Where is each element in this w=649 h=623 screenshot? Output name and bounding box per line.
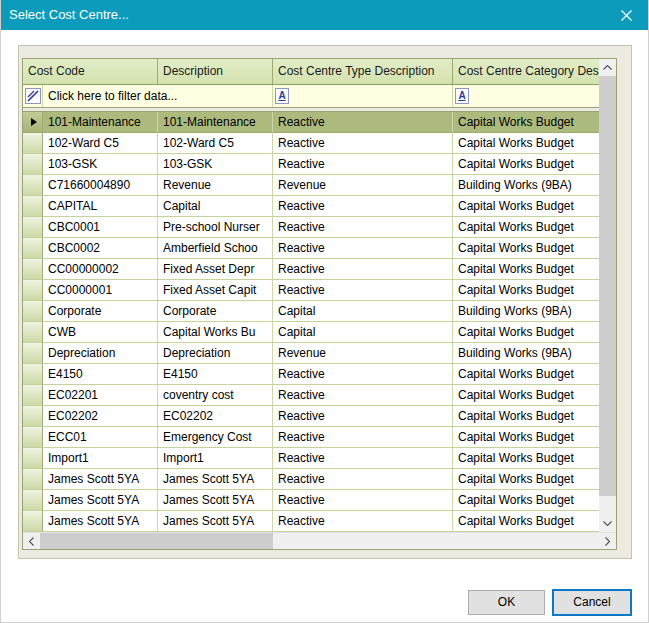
cell-type[interactable]: Reactive xyxy=(273,280,453,301)
cell-type[interactable]: Revenue xyxy=(273,343,453,364)
filter-type-cell[interactable]: A xyxy=(273,85,453,107)
row-indicator[interactable] xyxy=(23,469,43,490)
scroll-up-button[interactable] xyxy=(599,59,616,76)
cell-description[interactable]: Depreciation xyxy=(158,343,273,364)
cell-type[interactable]: Reactive xyxy=(273,364,453,385)
scroll-right-button[interactable] xyxy=(599,533,616,549)
table-row[interactable]: 103-GSK103-GSKReactiveCapital Works Budg… xyxy=(23,154,599,175)
cell-type[interactable]: Reactive xyxy=(273,259,453,280)
cell-description[interactable]: Capital Works Bu xyxy=(158,322,273,343)
cell-description[interactable]: Import1 xyxy=(158,448,273,469)
cell-category[interactable]: Capital Works Budget xyxy=(453,112,599,133)
table-row[interactable]: CBC0001Pre-school NurserReactiveCapital … xyxy=(23,217,599,238)
cell-description[interactable]: Emergency Cost xyxy=(158,427,273,448)
cell-type[interactable]: Reactive xyxy=(273,196,453,217)
cell-category[interactable]: Capital Works Budget xyxy=(453,280,599,301)
cell-cost-code[interactable]: CBC0002 xyxy=(43,238,158,259)
cell-type[interactable]: Reactive xyxy=(273,154,453,175)
row-indicator[interactable] xyxy=(23,175,43,196)
table-row[interactable]: CorporateCorporateCapitalBuilding Works … xyxy=(23,301,599,322)
cell-category[interactable]: Capital Works Budget xyxy=(453,133,599,154)
row-indicator[interactable] xyxy=(23,385,43,406)
cell-category[interactable]: Capital Works Budget xyxy=(453,490,599,511)
row-indicator[interactable] xyxy=(23,490,43,511)
cell-cost-code[interactable]: CAPITAL xyxy=(43,196,158,217)
cell-category[interactable]: Capital Works Budget xyxy=(453,238,599,259)
cell-description[interactable]: Amberfield Schoo xyxy=(158,238,273,259)
ok-button[interactable]: OK xyxy=(468,590,545,615)
cell-type[interactable]: Reactive xyxy=(273,469,453,490)
row-indicator[interactable] xyxy=(23,322,43,343)
cell-category[interactable]: Capital Works Budget xyxy=(453,154,599,175)
cell-type[interactable]: Reactive xyxy=(273,385,453,406)
cell-cost-code[interactable]: CWB xyxy=(43,322,158,343)
cell-category[interactable]: Building Works (9BA) xyxy=(453,175,599,196)
table-row[interactable]: James Scott 5YAJames Scott 5YAReactiveCa… xyxy=(23,511,599,532)
cell-cost-code[interactable]: ECC01 xyxy=(43,427,158,448)
cell-category[interactable]: Capital Works Budget xyxy=(453,385,599,406)
cell-category[interactable]: Capital Works Budget xyxy=(453,322,599,343)
cell-type[interactable]: Reactive xyxy=(273,133,453,154)
scroll-down-button[interactable] xyxy=(599,515,616,532)
table-row[interactable]: James Scott 5YAJames Scott 5YAReactiveCa… xyxy=(23,490,599,511)
cell-category[interactable]: Capital Works Budget xyxy=(453,427,599,448)
cell-cost-code[interactable]: CC0000001 xyxy=(43,280,158,301)
cell-type[interactable]: Reactive xyxy=(273,406,453,427)
cell-cost-code[interactable]: Import1 xyxy=(43,448,158,469)
cell-category[interactable]: Capital Works Budget xyxy=(453,448,599,469)
cell-type[interactable]: Reactive xyxy=(273,511,453,532)
cell-type[interactable]: Reactive xyxy=(273,490,453,511)
cell-category[interactable]: Building Works (9BA) xyxy=(453,301,599,322)
row-indicator[interactable] xyxy=(23,196,43,217)
cell-description[interactable]: James Scott 5YA xyxy=(158,511,273,532)
row-indicator[interactable] xyxy=(23,259,43,280)
cell-category[interactable]: Capital Works Budget xyxy=(453,217,599,238)
table-row[interactable]: CWBCapital Works BuCapitalCapital Works … xyxy=(23,322,599,343)
row-indicator[interactable] xyxy=(23,154,43,175)
cell-category[interactable]: Capital Works Budget xyxy=(453,406,599,427)
row-indicator[interactable] xyxy=(23,511,43,532)
row-indicator[interactable] xyxy=(23,448,43,469)
table-row[interactable]: CC00000002Fixed Asset DeprReactiveCapita… xyxy=(23,259,599,280)
table-row[interactable]: C71660004890RevenueRevenueBuilding Works… xyxy=(23,175,599,196)
filter-prompt-cell[interactable]: Click here to filter data... xyxy=(43,85,273,107)
cell-type[interactable]: Reactive xyxy=(273,238,453,259)
row-indicator[interactable] xyxy=(23,406,43,427)
cell-description[interactable]: EC02202 xyxy=(158,406,273,427)
vertical-scrollbar[interactable] xyxy=(599,59,616,532)
cell-description[interactable]: James Scott 5YA xyxy=(158,469,273,490)
cell-cost-code[interactable]: 103-GSK xyxy=(43,154,158,175)
table-row[interactable]: DepreciationDepreciationRevenueBuilding … xyxy=(23,343,599,364)
clear-filter-icon[interactable] xyxy=(25,88,41,104)
table-row[interactable]: ECC01Emergency CostReactiveCapital Works… xyxy=(23,427,599,448)
cell-cost-code[interactable]: 102-Ward C5 xyxy=(43,133,158,154)
table-row[interactable]: EC02201coventry costReactiveCapital Work… xyxy=(23,385,599,406)
cell-cost-code[interactable]: Depreciation xyxy=(43,343,158,364)
cell-description[interactable]: James Scott 5YA xyxy=(158,490,273,511)
table-row[interactable]: 101-Maintenance101-MaintenanceReactiveCa… xyxy=(23,112,599,133)
cell-category[interactable]: Capital Works Budget xyxy=(453,364,599,385)
cancel-button[interactable]: Cancel xyxy=(552,589,632,616)
cell-cost-code[interactable]: James Scott 5YA xyxy=(43,490,158,511)
cell-cost-code[interactable]: Corporate xyxy=(43,301,158,322)
cell-type[interactable]: Reactive xyxy=(273,112,453,133)
table-row[interactable]: CAPITALCapitalReactiveCapital Works Budg… xyxy=(23,196,599,217)
vertical-scrollbar-thumb[interactable] xyxy=(599,76,616,496)
table-row[interactable]: James Scott 5YAJames Scott 5YAReactiveCa… xyxy=(23,469,599,490)
row-indicator[interactable] xyxy=(23,112,43,133)
cell-category[interactable]: Capital Works Budget xyxy=(453,469,599,490)
table-row[interactable]: E4150E4150ReactiveCapital Works Budget xyxy=(23,364,599,385)
cell-cost-code[interactable]: James Scott 5YA xyxy=(43,511,158,532)
cell-description[interactable]: Revenue xyxy=(158,175,273,196)
table-row[interactable]: EC02202EC02202ReactiveCapital Works Budg… xyxy=(23,406,599,427)
row-indicator[interactable] xyxy=(23,427,43,448)
cell-cost-code[interactable]: 101-Maintenance xyxy=(43,112,158,133)
scroll-left-button[interactable] xyxy=(23,533,40,549)
cell-cost-code[interactable]: CC00000002 xyxy=(43,259,158,280)
cell-type[interactable]: Reactive xyxy=(273,217,453,238)
alpha-filter-icon[interactable]: A xyxy=(455,88,469,104)
cell-description[interactable]: Pre-school Nurser xyxy=(158,217,273,238)
cell-type[interactable]: Capital xyxy=(273,301,453,322)
row-indicator[interactable] xyxy=(23,217,43,238)
row-indicator[interactable] xyxy=(23,133,43,154)
